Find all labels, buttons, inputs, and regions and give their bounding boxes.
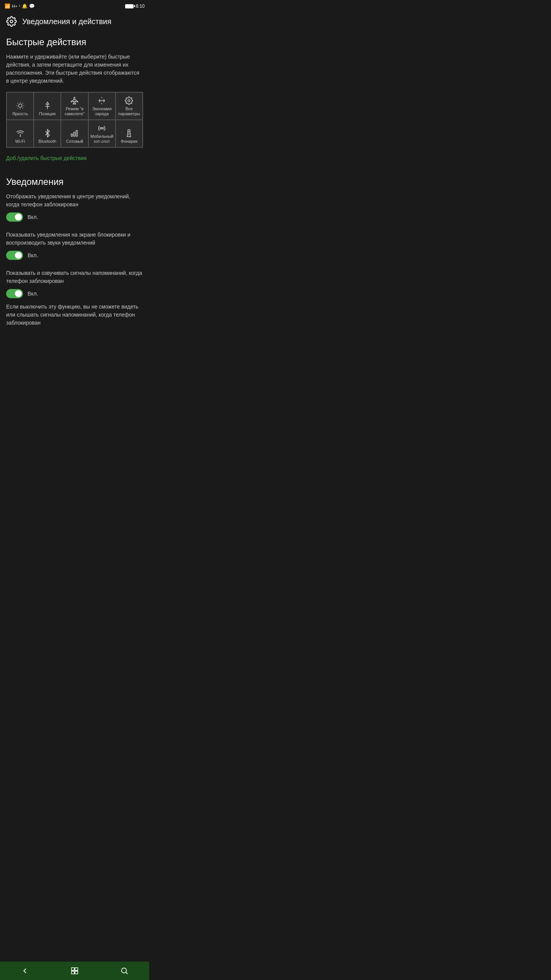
toggle-knob-2	[15, 252, 22, 259]
hotspot-icon	[98, 124, 106, 132]
quick-actions-section: Быстрые действия Нажмите и удерживайте (…	[6, 37, 143, 173]
time-display: 8:10	[136, 3, 145, 9]
svg-line-8	[17, 108, 18, 108]
svg-rect-17	[73, 132, 75, 136]
status-left: 📶 H+ ² 🔔 💬	[5, 3, 35, 9]
tile-bluetooth-label: Bluetooth	[39, 139, 56, 144]
cellular-icon	[70, 129, 79, 137]
quick-actions-title: Быстрые действия	[6, 37, 143, 47]
tile-all-settings-label: Все параметры	[117, 106, 141, 116]
notifications-title: Уведомления	[6, 176, 143, 187]
airplane-icon	[70, 96, 79, 105]
toggle-show-on-lock-screen-label: Вкл.	[28, 252, 38, 258]
tile-hotspot[interactable]: Мобильный хот-спот	[88, 120, 116, 147]
settings-gear-icon	[6, 16, 17, 27]
battery-icon	[125, 4, 134, 8]
tile-flashlight-label: Фонарик	[121, 139, 138, 144]
tile-battery-saver[interactable]: Экономия заряда	[88, 92, 116, 120]
page-header: Уведомления и действия	[0, 12, 149, 32]
quick-actions-description: Нажмите и удерживайте (или выберите) быс…	[6, 53, 143, 85]
toggle-knob-3	[15, 290, 22, 297]
brightness-icon	[16, 101, 24, 110]
toggle-show-on-lock-description: Отображать уведомления в центре уведомле…	[6, 193, 143, 209]
tile-brightness-label: Яркость	[12, 111, 28, 116]
message-icon: 💬	[29, 3, 35, 9]
toggle-show-on-lock: Отображать уведомления в центре уведомле…	[6, 193, 143, 222]
bluetooth-icon	[43, 129, 52, 137]
notifications-section: Уведомления Отображать уведомления в цен…	[6, 176, 143, 327]
battery-saver-icon	[98, 96, 106, 105]
quick-actions-grid: Яркость Позиция Режим	[6, 92, 143, 148]
vibrate-icon: 🔔	[22, 3, 28, 9]
toggle-reminders-row: Вкл.	[6, 289, 143, 298]
tile-all-settings[interactable]: Все параметры	[116, 92, 143, 120]
svg-point-15	[20, 136, 21, 136]
svg-point-1	[18, 104, 22, 107]
tile-brightness[interactable]: Яркость	[7, 92, 34, 120]
tile-cellular[interactable]: Сотовый	[61, 120, 88, 147]
reminders-note: Если выключить эту функцию, вы не сможет…	[6, 303, 143, 327]
wifi-icon	[16, 129, 24, 137]
svg-line-5	[22, 108, 23, 108]
tile-flashlight[interactable]: Фонарик	[116, 120, 143, 147]
toggle-show-on-lock-switch[interactable]	[6, 212, 23, 222]
status-bar: 📶 H+ ² 🔔 💬 8:10	[0, 0, 149, 12]
svg-point-19	[101, 127, 103, 129]
svg-rect-20	[128, 130, 130, 132]
tile-cellular-label: Сотовый	[66, 139, 83, 144]
tile-position[interactable]: Позиция	[34, 92, 61, 120]
tile-bluetooth[interactable]: Bluetooth	[34, 120, 61, 147]
tile-position-label: Позиция	[39, 111, 56, 116]
toggle-show-on-lock-screen-switch[interactable]	[6, 251, 23, 260]
toggle-show-on-lock-label: Вкл.	[28, 214, 38, 220]
toggle-reminders-description: Показывать и озвучивать сигналы напомина…	[6, 269, 143, 285]
tile-hotspot-label: Мобильный хот-спот	[90, 134, 114, 144]
svg-rect-18	[76, 130, 78, 136]
tile-wifi-label: Wi-Fi	[15, 139, 25, 144]
svg-point-0	[10, 20, 13, 23]
page-title: Уведомления и действия	[22, 17, 111, 26]
status-right: 8:10	[125, 3, 145, 9]
tile-battery-saver-label: Экономия заряда	[90, 106, 114, 116]
svg-rect-16	[71, 134, 73, 136]
svg-line-4	[17, 103, 18, 103]
all-settings-icon	[125, 96, 133, 105]
network-type: H+	[12, 4, 17, 8]
toggle-reminders: Показывать и озвучивать сигналы напомина…	[6, 269, 143, 327]
svg-point-14	[128, 100, 130, 102]
position-icon	[43, 101, 52, 110]
main-content: Быстрые действия Нажмите и удерживайте (…	[0, 32, 149, 364]
toggle-reminders-label: Вкл.	[28, 291, 38, 297]
tile-wifi[interactable]: Wi-Fi	[7, 120, 34, 147]
signal-icon: 📶	[5, 3, 10, 9]
toggle-show-on-lock-screen: Показывать уведомления на экране блокиро…	[6, 231, 143, 260]
tile-airplane-label: Режим "в самолете"	[63, 106, 86, 116]
svg-line-9	[22, 103, 23, 103]
toggle-show-on-lock-row: Вкл.	[6, 212, 143, 222]
toggle-reminders-switch[interactable]	[6, 289, 23, 298]
sim2-icon: ²	[19, 4, 20, 8]
add-remove-quick-actions-link[interactable]: Доб./удалить быстрые действия	[6, 155, 86, 161]
tile-airplane[interactable]: Режим "в самолете"	[61, 92, 88, 120]
toggle-show-on-lock-screen-description: Показывать уведомления на экране блокиро…	[6, 231, 143, 247]
toggle-knob	[15, 214, 22, 220]
flashlight-icon	[125, 129, 133, 137]
toggle-show-on-lock-screen-row: Вкл.	[6, 251, 143, 260]
